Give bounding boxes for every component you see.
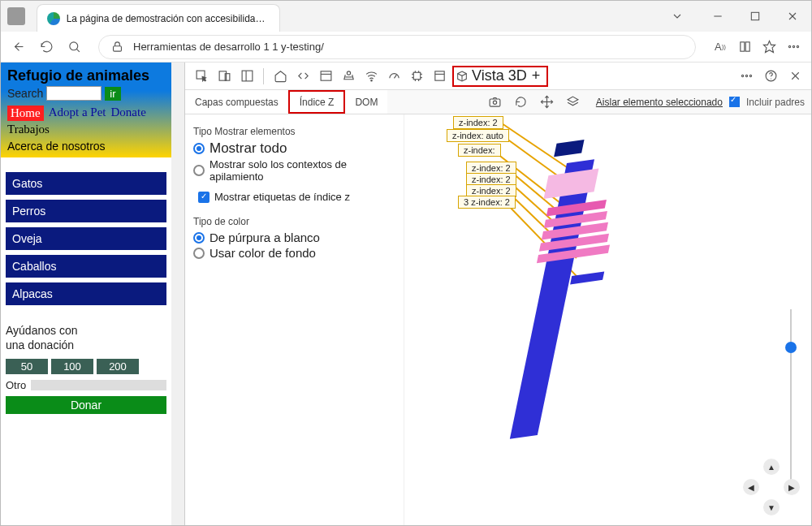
devtools-more-icon[interactable] (736, 67, 756, 86)
nav-about[interactable]: Acerca de nosotros (7, 140, 165, 153)
nav-donate[interactable]: Donate (111, 106, 146, 121)
window-titlebar: La página de demostración con accesibili… (1, 1, 811, 32)
view-controls: Tipo Mostrar elementos Mostrar todo Most… (185, 114, 404, 526)
devtools-toolbar: Vista 3D + (185, 63, 811, 90)
favorite-icon[interactable] (761, 39, 777, 55)
donate-other-label: Otro (6, 379, 26, 391)
cat-link[interactable]: Gatos (6, 172, 166, 195)
svg-rect-17 (242, 71, 253, 81)
search-button[interactable] (66, 39, 82, 55)
svg-point-38 (745, 75, 747, 76)
search-input[interactable] (46, 86, 102, 101)
svg-point-41 (770, 78, 771, 79)
edge-icon (47, 12, 60, 25)
pan-icon[interactable] (538, 93, 557, 112)
donate-other-input[interactable] (31, 380, 166, 390)
opt-show-labels[interactable]: Mostrar etiquetas de índice z (198, 191, 395, 203)
browser-tab[interactable]: La página de demostración con accesibili… (37, 4, 280, 32)
rotate-left[interactable]: ◀ (743, 479, 759, 495)
reset-view-icon[interactable] (512, 93, 531, 112)
vista-3d-tab[interactable]: Vista 3D + (452, 66, 548, 87)
address-box[interactable]: Herramientas de desarrollo 1 1 y-testing… (98, 35, 696, 59)
memory-icon[interactable] (407, 67, 426, 86)
back-button[interactable] (11, 39, 27, 55)
svg-rect-1 (751, 12, 758, 19)
svg-point-37 (741, 75, 743, 76)
z-label: z-index: 2 (453, 116, 503, 129)
vista-3d-label: Vista 3D (472, 67, 527, 84)
refresh-button[interactable] (38, 39, 54, 55)
svg-rect-8 (740, 42, 744, 51)
application-icon[interactable] (430, 67, 449, 86)
donation-heading1: Ayúdanos con (6, 323, 166, 338)
nav-home[interactable]: Home (7, 106, 44, 121)
nav-adopt[interactable]: Adopt a Pet (49, 106, 106, 121)
donate-amount[interactable]: 200 (97, 359, 139, 374)
isolate-element-link[interactable]: Aislar elemento seleccionado (596, 97, 723, 108)
page-scrollbar[interactable] (171, 63, 184, 526)
url-bar: Herramientas de desarrollo 1 1 y-testing… (1, 32, 811, 63)
svg-rect-44 (490, 99, 500, 106)
rotate-right[interactable]: ▶ (784, 479, 800, 495)
svg-line-24 (394, 75, 396, 78)
tab-title: La página de demostración con accesibili… (67, 13, 270, 24)
help-icon[interactable] (761, 67, 780, 86)
profile-avatar[interactable] (7, 7, 25, 25)
elements-icon[interactable] (293, 67, 313, 86)
layers-icon[interactable] (564, 93, 583, 112)
opt-color-background[interactable]: Usar color de fondo (193, 246, 395, 260)
console-icon[interactable] (316, 67, 335, 86)
category-list: Gatos Perros Oveja Caballos Alpacas (1, 172, 171, 305)
tab-dom[interactable]: DOM (345, 90, 387, 114)
minimize-button[interactable] (699, 1, 736, 32)
devtools-close-icon[interactable] (785, 67, 805, 86)
zoom-knob[interactable] (785, 342, 797, 353)
svg-point-39 (749, 75, 751, 76)
tab-capas[interactable]: Capas compuestas (185, 90, 288, 114)
svg-rect-7 (113, 46, 121, 51)
screenshot-icon[interactable] (486, 93, 505, 112)
section-show-elements: Tipo Mostrar elementos (193, 126, 395, 137)
z-label: z-index: auto (447, 129, 509, 142)
opt-show-all[interactable]: Mostrar todo (193, 140, 395, 157)
svg-rect-9 (745, 42, 749, 51)
cat-link[interactable]: Alpacas (6, 282, 166, 305)
more-icon[interactable] (785, 39, 801, 55)
reader-icon[interactable] (736, 39, 753, 55)
donate-amount[interactable]: 100 (51, 359, 93, 374)
include-parents-label: Incluir padres (746, 97, 805, 108)
rotation-dpad: ▲ ▼ ◀ ▶ (743, 459, 800, 515)
nav-jobs[interactable]: Trabajos (7, 123, 50, 136)
read-aloud-icon[interactable]: A)) (712, 39, 728, 55)
rotate-up[interactable]: ▲ (763, 459, 780, 475)
network-icon[interactable] (361, 67, 381, 86)
tab-indice-z[interactable]: Índice Z (288, 90, 346, 114)
dock-icon[interactable] (237, 67, 257, 86)
page-title: Refugio de animales (7, 67, 165, 84)
cat-link[interactable]: Caballos (6, 255, 166, 278)
performance-icon[interactable] (384, 67, 404, 86)
3d-viewport[interactable]: z-index: 2 z-index: auto z-index: z-inde… (404, 114, 811, 526)
welcome-icon[interactable] (270, 67, 290, 86)
maximize-button[interactable] (736, 1, 774, 32)
cube-icon (456, 70, 469, 83)
opt-show-stacking[interactable]: Mostrar solo los contextos de apilamient… (193, 158, 395, 183)
svg-point-5 (69, 42, 77, 50)
svg-point-12 (793, 45, 794, 47)
svg-point-13 (797, 45, 798, 47)
include-parents-checkbox[interactable] (729, 97, 740, 107)
tabs-chevron-icon[interactable] (659, 1, 696, 32)
sources-icon[interactable] (339, 67, 358, 86)
search-go-button[interactable]: ir (105, 87, 120, 101)
cat-link[interactable]: Perros (6, 200, 166, 222)
inspect-icon[interactable] (192, 67, 211, 86)
cat-link[interactable]: Oveja (6, 227, 166, 250)
donate-button[interactable]: Donar (6, 396, 166, 414)
opt-color-purple-white[interactable]: De púrpura a blanco (193, 231, 395, 244)
svg-rect-25 (413, 72, 421, 80)
donation-box: Ayúdanos con una donación 50 100 200 Otr… (1, 315, 171, 422)
donate-amount[interactable]: 50 (6, 359, 48, 374)
device-icon[interactable] (214, 67, 234, 86)
close-button[interactable] (774, 1, 811, 32)
rotate-down[interactable]: ▼ (763, 499, 780, 515)
